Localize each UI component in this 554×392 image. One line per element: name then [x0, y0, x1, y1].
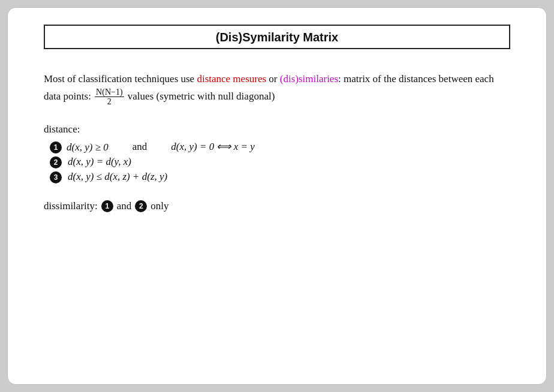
bullet-1: 1: [50, 141, 62, 153]
bullet-3: 3: [50, 171, 62, 183]
highlight-distance: distance mesures: [197, 73, 266, 85]
fraction-denominator: 2: [106, 97, 113, 106]
content-area: Most of classification techniques use di…: [8, 49, 546, 212]
intro-part4: values (symetric with null diagonal): [125, 91, 275, 102]
intro-part1: Most of classification techniques use: [44, 73, 197, 85]
fraction: N(N−1)2: [95, 88, 124, 107]
bullet-2: 2: [50, 156, 62, 168]
slide-title: (Dis)Symilarity Matrix: [216, 31, 339, 44]
intro-part2: or: [266, 73, 280, 85]
distance-label: distance:: [44, 123, 510, 135]
fraction-numerator: N(N−1): [95, 88, 124, 97]
dissimilarity-bullet-1: 1: [101, 200, 113, 212]
condition-1-math2: d(x, y) = 0 ⟺ x = y: [171, 140, 254, 153]
condition-row-2: 2 d(x, y) = d(y, x): [50, 156, 510, 168]
title-bar: (Dis)Symilarity Matrix: [44, 25, 510, 49]
condition-2-math: d(x, y) = d(y, x): [68, 156, 131, 168]
condition-row-1: 1 d(x, y) ≥ 0 and d(x, y) = 0 ⟺ x = y: [50, 140, 510, 153]
conditions-list: 1 d(x, y) ≥ 0 and d(x, y) = 0 ⟺ x = y 2 …: [50, 140, 510, 183]
condition-row-3: 3 d(x, y) ≤ d(x, z) + d(z, y): [50, 171, 510, 183]
dissimilarity-label: dissimilarity:: [44, 200, 98, 212]
highlight-dissimilarity: (dis)similaries: [280, 73, 338, 85]
condition-1-math: d(x, y) ≥ 0: [67, 141, 109, 153]
condition-3-math: d(x, y) ≤ d(x, z) + d(z, y): [68, 171, 167, 183]
dissimilarity-and: and: [117, 200, 132, 212]
dissimilarity-bullet-2: 2: [135, 200, 147, 212]
dissimilarity-only: only: [150, 200, 168, 212]
dissimilarity-line: dissimilarity: 1 and 2 only: [44, 200, 510, 212]
connector-and: and: [133, 141, 147, 153]
intro-paragraph: Most of classification techniques use di…: [44, 71, 510, 107]
slide: (Dis)Symilarity Matrix Most of classific…: [7, 7, 547, 385]
